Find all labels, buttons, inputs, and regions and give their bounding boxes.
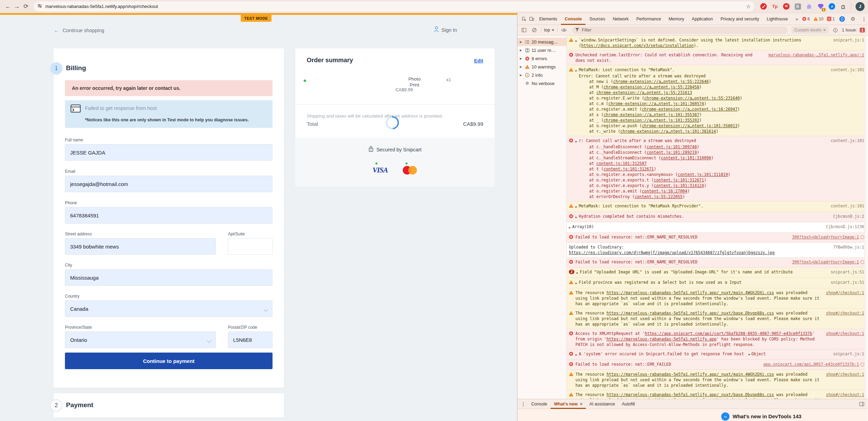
console-link[interactable]: content.js:55:222055: [635, 194, 682, 199]
console-link[interactable]: chrome-extension://a…ontent.js:55:228458: [603, 85, 699, 90]
console-message[interactable]: shop#/checkout:1The resource https://mar…: [567, 390, 868, 399]
console-link[interactable]: https://docs.snipcart.com/v3/setup/insta…: [581, 43, 694, 48]
console-link[interactable]: https://app.snipcart.com/api/cart/5bafb2…: [645, 331, 812, 336]
ghost-extension-icon[interactable]: [805, 2, 813, 11]
console-link[interactable]: https://res.cloudinary.com/djr8wmgjf/ima…: [569, 250, 774, 255]
source-location[interactable]: snipcart.js:51: [831, 269, 864, 275]
source-link[interactable]: content.js:101: [831, 67, 864, 73]
clear-console-icon[interactable]: [531, 28, 538, 32]
tab-network[interactable]: Network: [609, 13, 632, 25]
console-message[interactable]: ▶content.js:101MetaMask: Lost connection…: [567, 65, 868, 136]
inspect-element-icon[interactable]: [520, 16, 528, 21]
source-location[interactable]: content.js:101: [831, 67, 864, 73]
source-location[interactable]: marvelous-rabanadas-…5fa1.netlify.app/:1: [769, 52, 864, 58]
console-link[interactable]: https://marvelous-rabanadas-5e5fa1.netli…: [607, 372, 774, 377]
profile-avatar[interactable]: J: [856, 2, 865, 11]
sidebar-item-20-messag-[interactable]: ▶20 messag…: [517, 38, 566, 46]
source-location[interactable]: shop#/checkout:1: [826, 372, 864, 377]
disclosure-caret-icon[interactable]: ▶: [575, 38, 577, 44]
tab-elements[interactable]: Elements: [535, 13, 561, 25]
issues-count-badge[interactable]: ! 1: [827, 17, 835, 21]
console-link[interactable]: chrome-extension://a…ontent.js:55:231640: [644, 96, 740, 101]
issue-counter-badge[interactable]: 1: [860, 28, 865, 32]
back-icon[interactable]: ←: [3, 3, 12, 10]
source-location[interactable]: 300?text=Upload+Your+Image:1: [792, 234, 864, 240]
sign-in-link[interactable]: Sign In: [434, 26, 457, 34]
disclosure-caret-icon[interactable]: ▶: [575, 352, 577, 358]
tab-sources[interactable]: Sources: [585, 13, 609, 25]
console-message[interactable]: 2▶snipcart.js:51Field "Uploaded Image UR…: [567, 268, 868, 278]
console-link[interactable]: content.js:101:312671: [654, 178, 704, 183]
province-select[interactable]: Ontario: [65, 331, 216, 348]
source-link[interactable]: content.js:101: [831, 138, 864, 143]
source-link[interactable]: 300?text=Upload+Your+Image:1: [792, 234, 859, 240]
site-settings-icon[interactable]: [37, 3, 42, 10]
source-location[interactable]: 300?text=Upload+Your+Image:1: [792, 259, 864, 265]
tab-console[interactable]: Console: [561, 13, 585, 25]
console-message[interactable]: shop#/checkout:1The resource https://mar…: [567, 309, 868, 329]
phone-field[interactable]: [65, 207, 273, 224]
source-location[interactable]: app.snipcart.com/api…9057-e43ce0f1337b:1: [763, 362, 864, 367]
sidebar-item-no-verbose[interactable]: ⚙No verbose: [517, 79, 566, 87]
tab-memory[interactable]: Memory: [665, 13, 688, 25]
dock-panel-icon[interactable]: [858, 402, 866, 406]
source-location[interactable]: snipcart.js:51: [831, 280, 864, 285]
continue-to-payment-button[interactable]: Continue to payment: [65, 353, 273, 369]
apt-field[interactable]: [228, 238, 273, 255]
source-location[interactable]: snipcart.js:1: [833, 37, 864, 43]
postal-field[interactable]: [228, 331, 273, 348]
disclosure-caret-icon[interactable]: ▶: [576, 270, 578, 276]
drawer-tab-ai-assistance[interactable]: AI assistance: [586, 399, 618, 409]
console-link[interactable]: content.js:101:312671: [603, 167, 654, 171]
console-link[interactable]: content.js:101:309748: [647, 144, 697, 149]
console-link[interactable]: content.js:16:27004: [642, 189, 687, 194]
console-message[interactable]: 300?text=Upload+Your+Image:1Failed to lo…: [567, 233, 868, 243]
source-link[interactable]: shop#/checkout:1: [826, 392, 864, 397]
console-message[interactable]: shop#/checkout:1Access to XMLHttpRequest…: [567, 329, 868, 349]
source-link[interactable]: app.snipcart.com/api…9057-e43ce0f1337b:1: [763, 362, 859, 367]
console-link[interactable]: chrome-extension://a…ontent.js:55:222646: [613, 79, 709, 84]
continue-shopping-link[interactable]: ← Continue shopping: [54, 27, 104, 34]
source-link[interactable]: 300?text=Upload+Your+Image:1: [792, 259, 859, 265]
stop-hand-extension-icon[interactable]: [782, 2, 791, 11]
log-levels-dropdown[interactable]: Custom levels: [792, 27, 829, 34]
console-message[interactable]: ▶content.js:101r: Cannot call write afte…: [567, 136, 868, 202]
error-count-badge[interactable]: 8: [802, 17, 810, 21]
console-link[interactable]: content.js:101:310090: [661, 156, 711, 160]
source-link[interactable]: CjbcmsnD.js:2: [833, 214, 864, 219]
source-location[interactable]: shop#/checkout:1: [826, 331, 864, 336]
console-message[interactable]: ▶CjbcmsnD.js:1236Array(10): [567, 222, 868, 233]
source-location[interactable]: shop#/checkout:1: [826, 392, 864, 397]
console-link[interactable]: chrome-extension://a…ontent.js:55:231613: [597, 90, 692, 95]
console-link[interactable]: chrome-extension://a…ntent.js:101:356013: [642, 123, 737, 128]
console-link[interactable]: chrome-extension://a…ntent.js:101:381614: [620, 129, 716, 134]
sidebar-item-2-info[interactable]: ▶2 info: [517, 71, 566, 79]
console-link[interactable]: content.js:101:314124: [654, 183, 704, 188]
settings-gear-icon[interactable]: ⚙: [849, 16, 857, 22]
street-field[interactable]: [65, 238, 216, 255]
console-filter-input[interactable]: Filter: [572, 27, 787, 34]
source-link[interactable]: shop#/checkout:1: [826, 372, 864, 377]
console-link[interactable]: content.js:101:289219: [647, 150, 697, 155]
full-name-field[interactable]: [65, 144, 273, 161]
console-link[interactable]: https://marvelous-rabanadas-5e5fa1.netli…: [607, 290, 774, 295]
devtools-sync-icon[interactable]: [838, 16, 846, 22]
disclosure-caret-icon[interactable]: ▶: [575, 68, 577, 74]
disclosure-caret-icon[interactable]: ▶: [575, 215, 577, 220]
source-link[interactable]: snipcart.js:1: [833, 351, 864, 357]
console-message[interactable]: shop#/checkout:1The resource https://mar…: [567, 288, 868, 309]
disclosure-caret-icon[interactable]: ▶: [575, 204, 577, 210]
source-location[interactable]: shop#/checkout:1: [826, 290, 864, 296]
console-message[interactable]: ▶CjbcmsnD.js:2Hydration completed but co…: [567, 212, 868, 222]
red-record-extension-icon[interactable]: [759, 2, 768, 11]
console-link[interactable]: https://marvelous-rabanadas-5e5fa1.netli…: [607, 311, 774, 316]
disclosure-caret-icon[interactable]: ▶: [569, 225, 571, 231]
issue-counter-label[interactable]: 1 Issue:: [842, 28, 857, 32]
console-message[interactable]: app.snipcart.com/api…9057-e43ce0f1337b:1…: [567, 360, 868, 370]
source-link[interactable]: shop#/checkout:1: [826, 331, 864, 336]
console-link[interactable]: content.js:101:312507: [597, 161, 647, 166]
sidebar-item-11-user-m-[interactable]: ▶11 user m…: [517, 46, 566, 54]
source-location[interactable]: snipcart.js:1: [833, 351, 864, 357]
shazam-extension-icon[interactable]: [828, 2, 836, 11]
address-bar[interactable]: marvelous-rabanadas-5e5fa1.netlify.app/s…: [34, 1, 754, 11]
